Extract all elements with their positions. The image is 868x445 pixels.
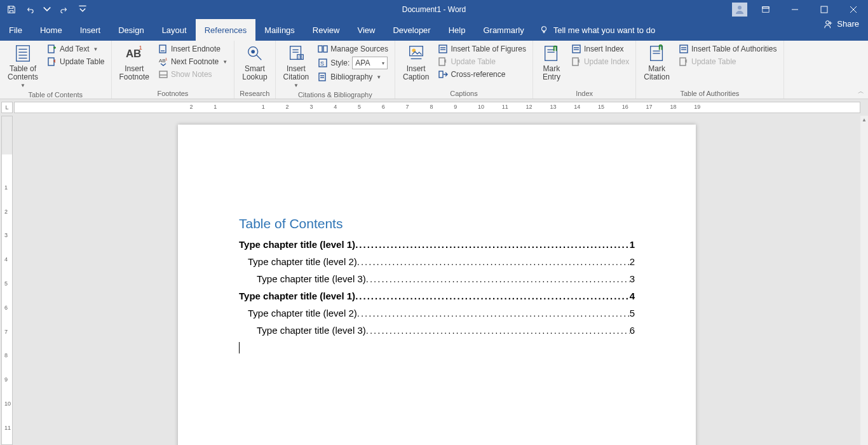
update-tof-icon <box>438 57 448 67</box>
add-text-button[interactable]: Add Text ▼ <box>44 43 107 55</box>
ruler-tick: 1 <box>4 184 8 191</box>
update-index-button: Update Index <box>569 56 632 67</box>
redo-button[interactable] <box>57 2 72 17</box>
insert-citation-button[interactable]: (i) Insert Citation ▼ <box>280 42 313 90</box>
horizontal-ruler[interactable]: 2112345678910111213141516171819 <box>14 102 860 113</box>
toc-entry-text: Type chapter title (level 3) <box>257 273 366 284</box>
smart-lookup-icon <box>245 43 265 64</box>
ruler-corner[interactable]: L <box>1 102 13 113</box>
tell-me-search[interactable]: Tell me what you want to do <box>539 19 655 41</box>
insert-index-button[interactable]: Insert Index <box>569 43 632 55</box>
close-button[interactable] <box>839 0 868 19</box>
chevron-down-icon: ▼ <box>20 83 25 88</box>
update-table-label: Update Table <box>60 57 105 66</box>
svg-rect-60 <box>680 58 686 65</box>
toc-heading[interactable]: Table of Contents <box>239 216 635 231</box>
toc-entry[interactable]: Type chapter title (level 2)2 <box>248 256 635 267</box>
ruler-tick: 8 <box>430 104 433 110</box>
tab-mailings[interactable]: Mailings <box>255 19 304 41</box>
insert-toa-button[interactable]: Insert Table of Authorities <box>676 43 780 55</box>
maximize-button[interactable] <box>810 0 839 19</box>
group-table-of-contents: Table of Contents ▼ Add Text ▼ Update Ta… <box>0 41 112 99</box>
tab-layout[interactable]: Layout <box>153 19 196 41</box>
undo-button[interactable] <box>22 2 37 17</box>
insert-caption-button[interactable]: Insert Caption <box>399 42 433 83</box>
tab-help[interactable]: Help <box>440 19 475 41</box>
page-content[interactable]: Table of Contents Type chapter title (le… <box>239 216 635 353</box>
collapse-ribbon-button[interactable]: ︿ <box>858 87 864 96</box>
insert-table-of-figures-button[interactable]: Insert Table of Figures <box>435 43 529 55</box>
toc-entry[interactable]: Type chapter title (level 3)3 <box>257 273 635 284</box>
tab-references[interactable]: References <box>196 19 255 41</box>
toc-entry[interactable]: Type chapter title (level 2)5 <box>248 308 635 318</box>
save-button[interactable] <box>4 2 19 17</box>
group-label-index: Index <box>537 88 632 99</box>
ruler-tick: 2 <box>4 209 8 215</box>
add-text-icon <box>47 44 57 54</box>
group-label-toa: Table of Authorities <box>640 88 779 99</box>
ruler-tick: 1 <box>214 104 217 110</box>
smart-lookup-button[interactable]: Smart Lookup <box>238 42 271 83</box>
toc-leader <box>366 325 630 336</box>
table-of-contents-button[interactable]: Table of Contents ▼ <box>4 42 42 90</box>
group-table-of-authorities: Mark Citation Insert Table of Authoritie… <box>636 41 783 99</box>
ribbon-display-options-button[interactable] <box>751 0 780 19</box>
svg-text:1: 1 <box>165 57 168 61</box>
undo-dropdown[interactable] <box>39 2 55 17</box>
tab-design[interactable]: Design <box>109 19 153 41</box>
ruler-tick: 15 <box>598 104 604 110</box>
minimize-button[interactable] <box>780 0 810 19</box>
document-page[interactable]: Table of Contents Type chapter title (le… <box>178 125 696 445</box>
ruler-tick: 7 <box>406 104 409 110</box>
bibliography-button[interactable]: Bibliography ▼ <box>315 71 391 83</box>
mark-entry-button[interactable]: Mark Entry <box>537 42 566 83</box>
toc-entry[interactable]: Type chapter title (level 1)1 <box>239 239 635 250</box>
ruler-tick: 10 <box>478 104 484 110</box>
endnote-icon <box>158 44 168 54</box>
svg-text:1: 1 <box>139 44 142 51</box>
manage-sources-button[interactable]: Manage Sources <box>315 43 391 55</box>
citation-style-row: S Style: APA ▾ <box>315 56 391 70</box>
toc-entry-text: Type chapter title (level 2) <box>248 308 357 318</box>
svg-rect-53 <box>573 58 578 65</box>
toc-entry[interactable]: Type chapter title (level 1)4 <box>239 291 635 301</box>
group-footnotes: AB1 Insert Footnote Insert Endnote AB1 N… <box>112 41 235 99</box>
toc-entry[interactable]: Type chapter title (level 3)6 <box>257 325 635 336</box>
insert-endnote-button[interactable]: Insert Endnote <box>156 43 230 55</box>
ruler-tick: 9 <box>454 104 457 110</box>
toc-entry-page: 4 <box>630 291 635 301</box>
toc-entry-page: 3 <box>630 273 635 284</box>
insert-footnote-button[interactable]: AB1 Insert Footnote <box>116 42 153 83</box>
tab-review[interactable]: Review <box>304 19 349 41</box>
tab-view[interactable]: View <box>348 19 384 41</box>
svg-rect-4 <box>821 6 827 13</box>
svg-rect-33 <box>323 46 327 52</box>
svg-rect-15 <box>48 58 54 65</box>
tab-home[interactable]: Home <box>31 19 71 41</box>
share-button[interactable]: Share <box>824 19 859 29</box>
toc-entry-text: Type chapter title (level 1) <box>239 291 355 301</box>
insert-citation-label: Insert Citation <box>283 65 309 81</box>
smart-lookup-label: Smart Lookup <box>242 65 267 81</box>
group-label-captions: Captions <box>399 88 529 99</box>
customize-qat-button[interactable] <box>75 2 90 17</box>
ribbon-tabs: File Home Insert Design Layout Reference… <box>0 19 868 41</box>
tab-grammarly[interactable]: Grammarly <box>474 19 532 41</box>
svg-point-8 <box>826 20 829 24</box>
vertical-ruler[interactable]: 123456789101112 <box>1 116 13 445</box>
cross-reference-button[interactable]: Cross-reference <box>435 69 529 80</box>
mark-citation-button[interactable]: Mark Citation <box>640 42 674 83</box>
tab-insert[interactable]: Insert <box>71 19 110 41</box>
update-table-button[interactable]: Update Table <box>44 56 107 67</box>
scroll-up-button[interactable]: ▲ <box>860 116 868 123</box>
svg-rect-9 <box>17 46 30 61</box>
toc-entry-page: 1 <box>630 239 635 250</box>
citation-style-dropdown[interactable]: APA ▾ <box>352 57 388 69</box>
next-footnote-button[interactable]: AB1 Next Footnote ▼ <box>156 56 230 67</box>
account-icon[interactable] <box>732 3 747 17</box>
update-captions-table-button: Update Table <box>435 56 529 67</box>
vertical-scrollbar[interactable]: ▲ <box>860 116 868 445</box>
ruler-tick: 6 <box>382 104 385 110</box>
tab-developer[interactable]: Developer <box>384 19 439 41</box>
tab-file[interactable]: File <box>0 19 31 41</box>
